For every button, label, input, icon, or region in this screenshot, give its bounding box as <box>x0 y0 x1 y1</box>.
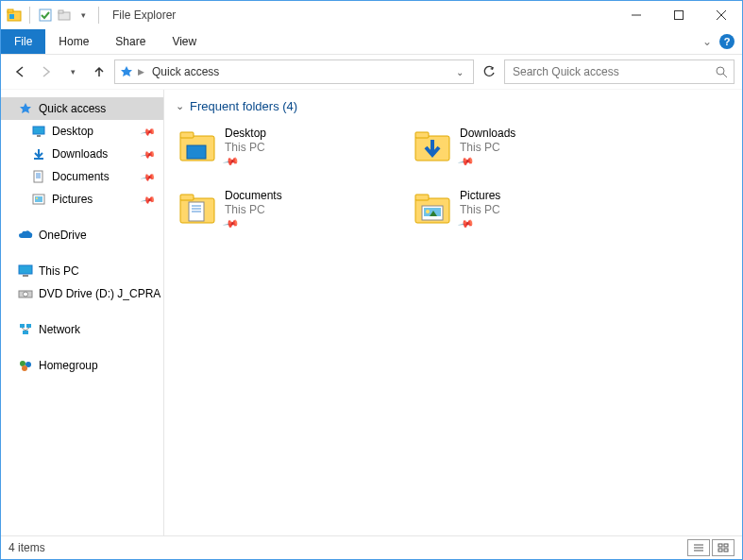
forward-button[interactable] <box>35 60 58 83</box>
folder-name: Downloads <box>460 127 515 140</box>
onedrive-icon <box>18 228 33 243</box>
folder-desktop-icon <box>177 127 217 166</box>
folder-item-pictures[interactable]: Pictures This PC 📌 <box>411 185 646 247</box>
svg-rect-24 <box>19 265 32 274</box>
new-folder-qat-icon[interactable] <box>57 8 72 23</box>
qat-customize-icon[interactable]: ▾ <box>76 8 91 23</box>
close-button[interactable] <box>700 1 742 29</box>
folder-grid: Desktop This PC 📌 Downloads This PC 📌 <box>164 123 742 247</box>
pictures-icon <box>31 192 46 207</box>
folder-item-downloads[interactable]: Downloads This PC 📌 <box>411 123 646 185</box>
sidebar-item-label: This PC <box>39 264 79 278</box>
up-button[interactable] <box>88 60 110 83</box>
sidebar-item-this-pc[interactable]: This PC <box>1 260 163 282</box>
svg-point-49 <box>426 210 430 213</box>
title-bar: ▾ File Explorer <box>1 1 742 29</box>
sidebar-item-homegroup[interactable]: Homegroup <box>1 354 163 377</box>
recent-locations-button[interactable]: ▾ <box>61 60 84 83</box>
file-tab[interactable]: File <box>1 29 45 54</box>
sidebar-item-onedrive[interactable]: OneDrive <box>1 224 163 246</box>
svg-rect-25 <box>23 275 28 277</box>
svg-rect-28 <box>20 324 25 328</box>
ribbon-expand-icon[interactable]: ⌄ <box>702 35 712 48</box>
svg-rect-22 <box>35 196 42 202</box>
pin-icon: 📌 <box>223 153 241 171</box>
svg-rect-38 <box>415 132 429 138</box>
network-icon <box>18 322 33 337</box>
svg-rect-7 <box>674 11 683 20</box>
svg-marker-13 <box>20 103 31 113</box>
pin-icon: 📌 <box>141 124 156 139</box>
address-bar[interactable]: ▶ Quick access ⌄ <box>114 59 474 84</box>
svg-rect-30 <box>23 331 28 334</box>
help-icon[interactable]: ? <box>719 34 735 49</box>
svg-rect-29 <box>26 324 31 328</box>
svg-rect-2 <box>9 14 14 19</box>
folder-item-desktop[interactable]: Desktop This PC 📌 <box>176 123 411 185</box>
svg-line-12 <box>723 74 727 77</box>
address-dropdown-icon[interactable]: ⌄ <box>450 67 469 77</box>
section-title: Frequent folders (4) <box>190 99 297 113</box>
search-icon[interactable] <box>715 65 728 78</box>
collapse-icon[interactable]: ⌄ <box>176 100 184 112</box>
svg-rect-46 <box>415 195 429 200</box>
large-icons-view-button[interactable] <box>712 539 735 556</box>
sidebar-item-downloads[interactable]: Downloads 📌 <box>1 143 163 165</box>
folder-downloads-icon <box>413 127 452 166</box>
share-tab[interactable]: Share <box>102 29 159 54</box>
view-tab[interactable]: View <box>159 29 210 54</box>
folder-name: Desktop <box>225 127 266 140</box>
breadcrumb-separator-icon[interactable]: ▶ <box>138 67 144 76</box>
home-tab[interactable]: Home <box>45 29 102 54</box>
properties-qat-icon[interactable] <box>38 8 53 23</box>
svg-rect-56 <box>718 549 722 552</box>
folder-pictures-icon <box>413 189 452 229</box>
svg-marker-10 <box>121 66 132 76</box>
sidebar-item-network[interactable]: Network <box>1 318 163 341</box>
status-item-count: 4 items <box>8 541 45 554</box>
downloads-icon <box>31 146 46 161</box>
refresh-button[interactable] <box>478 60 500 83</box>
svg-point-33 <box>22 365 27 371</box>
back-button[interactable] <box>8 60 31 83</box>
search-input[interactable] <box>511 64 715 79</box>
view-buttons <box>687 539 735 556</box>
sidebar-item-documents[interactable]: Documents 📌 <box>1 165 163 188</box>
svg-rect-36 <box>187 145 206 159</box>
desktop-icon <box>31 124 46 139</box>
sidebar-item-label: Documents <box>52 170 110 183</box>
pin-icon: 📌 <box>223 215 241 233</box>
details-view-button[interactable] <box>687 539 710 556</box>
pin-icon: 📌 <box>141 146 156 161</box>
sidebar-item-pictures[interactable]: Pictures 📌 <box>1 188 163 211</box>
svg-rect-17 <box>34 171 42 182</box>
folder-location: This PC <box>225 203 282 216</box>
breadcrumb-quick-access[interactable]: Quick access <box>148 65 223 78</box>
folder-name: Pictures <box>460 189 500 202</box>
svg-rect-1 <box>8 9 13 12</box>
body: Quick access Desktop 📌 Downloads 📌 Docum… <box>1 90 742 535</box>
maximize-button[interactable] <box>657 1 700 29</box>
pin-icon: 📌 <box>141 192 156 207</box>
ribbon-tabs: File Home Share View ⌄ ? <box>1 29 742 55</box>
folder-location: This PC <box>460 141 515 154</box>
quick-access-icon <box>119 64 134 79</box>
svg-point-27 <box>24 292 28 297</box>
sidebar-item-label: Homegroup <box>39 359 98 372</box>
svg-rect-54 <box>718 544 722 547</box>
sidebar-item-desktop[interactable]: Desktop 📌 <box>1 120 163 143</box>
pin-icon: 📌 <box>458 153 476 171</box>
status-bar: 4 items <box>1 535 742 559</box>
file-explorer-window: ▾ File Explorer File Home Share View ⌄ ?… <box>0 0 743 560</box>
section-header-frequent-folders[interactable]: ⌄ Frequent folders (4) <box>164 90 742 123</box>
svg-rect-14 <box>33 127 44 134</box>
dvd-drive-icon <box>18 286 33 301</box>
minimize-button[interactable] <box>615 1 657 29</box>
search-box[interactable] <box>504 59 735 84</box>
sidebar-item-quick-access[interactable]: Quick access <box>1 97 163 120</box>
folder-item-documents[interactable]: Documents This PC 📌 <box>176 185 411 247</box>
sidebar-item-dvd-drive[interactable]: DVD Drive (D:) J_CPRA <box>1 282 163 305</box>
svg-point-11 <box>717 67 724 75</box>
sidebar-item-label: Pictures <box>52 193 93 206</box>
separator <box>98 7 99 24</box>
